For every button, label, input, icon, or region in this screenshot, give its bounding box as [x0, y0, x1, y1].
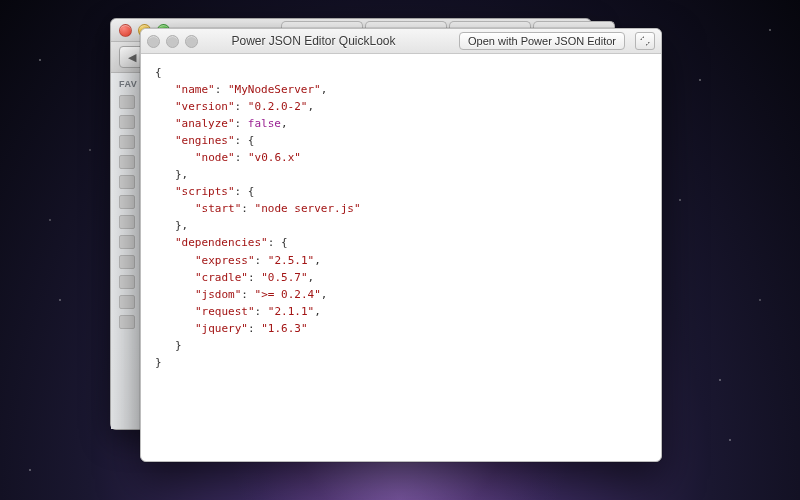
- json-key: "request": [195, 305, 255, 318]
- fullscreen-icon: [640, 36, 650, 46]
- brace: {: [155, 66, 162, 79]
- json-value: "1.6.3": [261, 322, 307, 335]
- folder-icon: [119, 255, 135, 269]
- close-icon[interactable]: [147, 35, 160, 48]
- folder-icon: [119, 235, 135, 249]
- json-key: "start": [195, 202, 241, 215]
- quicklook-window: Power JSON Editor QuickLook Open with Po…: [140, 28, 662, 462]
- folder-icon: [119, 175, 135, 189]
- json-value: "node server.js": [255, 202, 361, 215]
- folder-icon: [119, 215, 135, 229]
- fullscreen-button[interactable]: [635, 32, 655, 50]
- json-key: "analyze": [175, 117, 235, 130]
- window-title: Power JSON Editor QuickLook: [204, 34, 453, 48]
- close-icon[interactable]: [119, 24, 132, 37]
- folder-icon: [119, 155, 135, 169]
- json-value: false: [248, 117, 281, 130]
- json-content[interactable]: { "name": "MyNodeServer", "version": "0.…: [141, 54, 661, 461]
- zoom-icon[interactable]: [185, 35, 198, 48]
- json-key: "cradle": [195, 271, 248, 284]
- folder-icon: [119, 295, 135, 309]
- json-key: "dependencies": [175, 236, 268, 249]
- folder-icon: [119, 95, 135, 109]
- folder-icon: [119, 195, 135, 209]
- json-value: "0.5.7": [261, 271, 307, 284]
- json-value: "2.1.1": [268, 305, 314, 318]
- json-value: "2.5.1": [268, 254, 314, 267]
- json-key: "node": [195, 151, 235, 164]
- json-key: "jquery": [195, 322, 248, 335]
- json-key: "jsdom": [195, 288, 241, 301]
- folder-icon: [119, 115, 135, 129]
- json-key: "engines": [175, 134, 235, 147]
- folder-icon: [119, 315, 135, 329]
- json-value: ">= 0.2.4": [255, 288, 321, 301]
- folder-icon: [119, 135, 135, 149]
- json-value: "MyNodeServer": [228, 83, 321, 96]
- brace: }: [155, 356, 162, 369]
- open-with-button[interactable]: Open with Power JSON Editor: [459, 32, 625, 50]
- json-value: "0.2.0-2": [248, 100, 308, 113]
- json-key: "express": [195, 254, 255, 267]
- minimize-icon[interactable]: [166, 35, 179, 48]
- json-key: "name": [175, 83, 215, 96]
- json-value: "v0.6.x": [248, 151, 301, 164]
- desktop-wallpaper: ◀ ▶ FAV Power JSON Editor QuickLook: [0, 0, 800, 500]
- folder-icon: [119, 275, 135, 289]
- json-key: "version": [175, 100, 235, 113]
- quicklook-titlebar: Power JSON Editor QuickLook Open with Po…: [141, 29, 661, 54]
- json-key: "scripts": [175, 185, 235, 198]
